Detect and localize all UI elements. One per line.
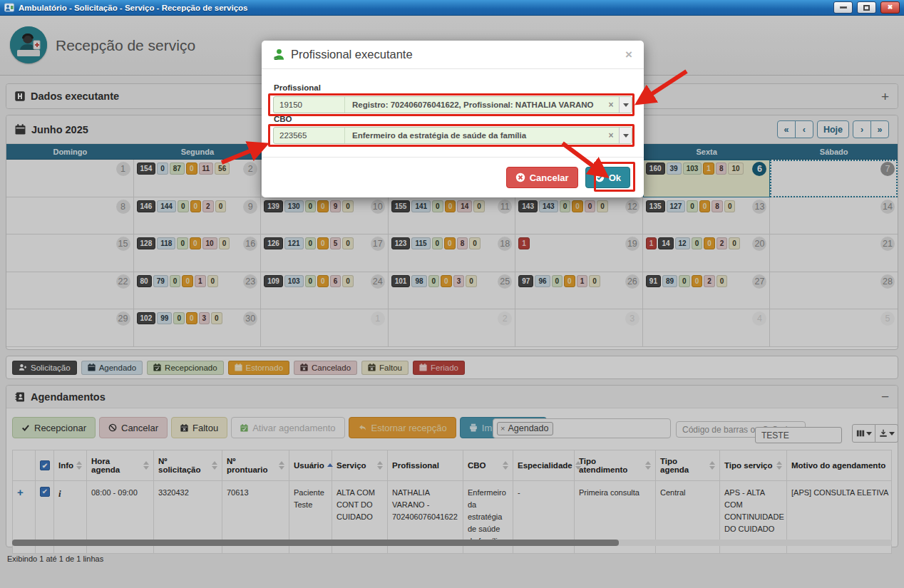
cbo-select: 223565 Enfermeiro da estratégia de saúde…	[273, 127, 632, 144]
caret-down-icon	[623, 134, 629, 138]
modal-close-icon[interactable]: ×	[625, 48, 632, 62]
application-window: Ambulatório - Solicitação - Serviço - Re…	[0, 0, 904, 588]
window-titlebar: Ambulatório - Solicitação - Serviço - Re…	[0, 0, 904, 16]
close-button[interactable]: ✖	[880, 1, 900, 14]
modal-header: Profissional executante ×	[262, 41, 644, 69]
ok-button-label: Ok	[609, 172, 621, 183]
profissional-description-input[interactable]: Registro: 702406076041622, Profissional:…	[345, 97, 603, 113]
minimize-button[interactable]	[833, 1, 853, 14]
cancel-button[interactable]: Cancelar	[506, 167, 578, 188]
profissional-label: Profissional	[274, 83, 321, 92]
caret-down-icon	[623, 103, 629, 107]
cbo-description-input[interactable]: Enfermeiro da estratégia de saúde da fam…	[345, 128, 603, 143]
window-title: Ambulatório - Solicitação - Serviço - Re…	[19, 4, 247, 12]
times-circle-icon	[515, 172, 525, 182]
check-circle-icon	[595, 172, 605, 182]
maximize-icon	[863, 5, 870, 11]
modal-footer: Cancelar Ok	[262, 157, 644, 197]
professional-icon	[273, 48, 285, 61]
ok-button[interactable]: Ok	[585, 167, 630, 188]
clear-icon[interactable]: ×	[603, 97, 619, 113]
cbo-code-input[interactable]: 223565	[274, 128, 345, 143]
clear-icon[interactable]: ×	[603, 128, 619, 143]
close-icon: ✖	[888, 4, 893, 11]
maximize-button[interactable]	[857, 1, 876, 14]
profissional-select: 19150 Registro: 702406076041622, Profiss…	[273, 96, 632, 113]
cbo-dropdown-button[interactable]	[619, 128, 632, 143]
profissional-dropdown-button[interactable]	[619, 97, 632, 113]
cancel-button-label: Cancelar	[530, 172, 569, 183]
minimize-icon	[840, 6, 847, 9]
profissional-executante-modal: Profissional executante × Profissional 1…	[262, 41, 644, 197]
modal-title: Profissional executante	[291, 48, 413, 61]
app-icon	[4, 3, 14, 13]
cbo-label: CBO	[274, 115, 292, 123]
profissional-code-input[interactable]: 19150	[274, 97, 345, 113]
